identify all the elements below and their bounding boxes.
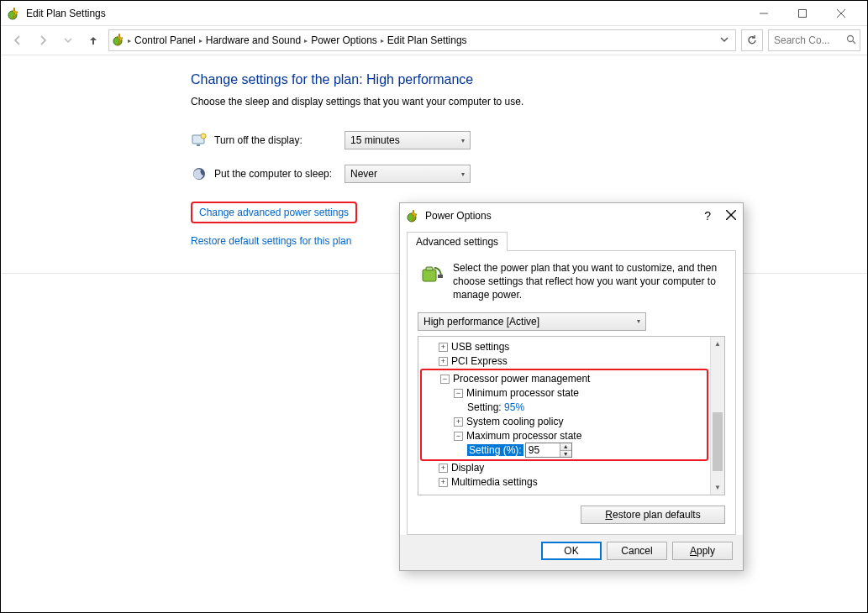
expand-icon[interactable]: +: [439, 343, 448, 352]
restore-plan-defaults-button[interactable]: RRestore plan defaultsestore plan defaul…: [581, 506, 725, 524]
scroll-down-button[interactable]: ▼: [711, 480, 724, 495]
setting-label-selected: Setting (%):: [467, 444, 523, 456]
expand-icon[interactable]: +: [439, 464, 448, 473]
chevron-right-icon[interactable]: ▸: [304, 37, 308, 45]
turn-off-display-label: Turn off the display:: [214, 134, 345, 146]
svg-rect-17: [438, 275, 443, 278]
address-dropdown-button[interactable]: [717, 34, 732, 46]
svg-rect-9: [197, 144, 200, 146]
spinner-input[interactable]: [526, 443, 560, 457]
spin-down-button[interactable]: ▼: [560, 451, 571, 458]
expand-icon[interactable]: +: [439, 357, 448, 366]
display-icon: [191, 132, 208, 149]
tree-item[interactable]: Display: [451, 462, 484, 474]
up-button[interactable]: [83, 30, 103, 50]
titlebar: Edit Plan Settings: [1, 1, 867, 26]
scroll-thumb[interactable]: [713, 412, 723, 471]
breadcrumb-item[interactable]: Power Options: [309, 33, 379, 48]
highlight-processor-section: −Processor power management −Minimum pro…: [420, 369, 708, 461]
battery-icon: [418, 261, 445, 288]
chevron-down-icon: ▾: [461, 170, 465, 178]
sleep-dropdown[interactable]: Never ▾: [345, 165, 471, 183]
search-box[interactable]: [768, 29, 860, 51]
setting-label: Setting:: [467, 401, 502, 413]
ok-button[interactable]: OK: [541, 542, 602, 560]
svg-rect-15: [423, 270, 436, 281]
chevron-down-icon: ▾: [637, 317, 640, 325]
page-subtitle: Choose the sleep and display settings th…: [191, 96, 867, 107]
window-title: Edit Plan Settings: [26, 8, 106, 19]
turn-off-display-dropdown[interactable]: 15 minutes ▾: [345, 131, 471, 149]
restore-default-link[interactable]: Restore default settings for this plan: [191, 235, 351, 247]
recent-locations-button[interactable]: [58, 30, 78, 50]
svg-line-7: [853, 41, 855, 44]
tab-advanced-settings[interactable]: Advanced settings: [407, 232, 508, 251]
cancel-button[interactable]: Cancel: [607, 542, 667, 560]
minimize-button[interactable]: [744, 1, 783, 26]
back-button[interactable]: [8, 30, 28, 50]
svg-rect-16: [426, 267, 433, 270]
dropdown-value: Never: [350, 168, 377, 180]
tree-item[interactable]: PCI Express: [451, 355, 508, 367]
tree-item[interactable]: Maximum processor state: [466, 430, 581, 442]
tree-item[interactable]: Multimedia settings: [451, 476, 538, 488]
tree-item[interactable]: USB settings: [451, 341, 509, 353]
scroll-up-button[interactable]: ▲: [711, 337, 724, 351]
dialog-titlebar[interactable]: Power Options ?: [400, 203, 743, 228]
breadcrumb-item[interactable]: Control Panel: [133, 33, 197, 48]
chevron-right-icon[interactable]: ▸: [381, 37, 384, 45]
svg-rect-2: [799, 9, 807, 17]
sleep-icon: [191, 165, 208, 182]
expand-icon[interactable]: +: [454, 417, 463, 427]
power-plan-dropdown[interactable]: High performance [Active] ▾: [418, 312, 646, 331]
dialog-close-button[interactable]: [726, 209, 736, 223]
settings-tree[interactable]: +USB settings +PCI Express −Processor po…: [418, 337, 710, 495]
forward-button[interactable]: [33, 30, 53, 50]
collapse-icon[interactable]: −: [440, 375, 450, 384]
page-title: Change settings for the plan: High perfo…: [191, 72, 867, 87]
breadcrumb-item[interactable]: Edit Plan Settings: [386, 33, 469, 48]
tree-item[interactable]: Processor power management: [453, 373, 590, 385]
power-options-icon: [407, 209, 420, 223]
nav-toolbar: ▸ Control Panel ▸ Hardware and Sound ▸ P…: [1, 26, 867, 55]
dialog-description: Select the power plan that you want to c…: [453, 261, 725, 302]
max-processor-spinner[interactable]: ▲ ▼: [525, 443, 572, 458]
search-input[interactable]: [772, 34, 846, 47]
address-bar[interactable]: ▸ Control Panel ▸ Hardware and Sound ▸ P…: [108, 29, 736, 51]
chevron-down-icon: ▾: [461, 137, 465, 144]
svg-point-10: [201, 134, 206, 139]
apply-button[interactable]: ApplyApply: [672, 542, 733, 560]
chevron-right-icon[interactable]: ▸: [128, 37, 131, 45]
maximize-button[interactable]: [783, 1, 822, 26]
dropdown-value: 15 minutes: [350, 134, 400, 146]
expand-icon[interactable]: +: [439, 478, 448, 487]
power-options-dialog: Power Options ? Advanced settings Select…: [399, 202, 744, 571]
help-button[interactable]: ?: [704, 209, 711, 223]
highlight-advanced-link: Change advanced power settings: [191, 202, 357, 223]
dialog-title: Power Options: [425, 210, 492, 222]
chevron-right-icon[interactable]: ▸: [199, 37, 203, 45]
search-icon: [846, 34, 856, 47]
change-advanced-link[interactable]: Change advanced power settings: [199, 207, 349, 218]
tree-item[interactable]: Minimum processor state: [466, 387, 579, 399]
tree-scrollbar[interactable]: ▲ ▼: [710, 337, 724, 495]
sleep-label: Put the computer to sleep:: [214, 168, 345, 180]
power-options-icon: [113, 33, 126, 49]
power-options-icon: [8, 7, 21, 20]
collapse-icon[interactable]: −: [454, 389, 463, 398]
spin-up-button[interactable]: ▲: [560, 443, 571, 451]
close-button[interactable]: [822, 1, 860, 26]
breadcrumb-item[interactable]: Hardware and Sound: [204, 33, 302, 48]
svg-point-6: [848, 35, 854, 41]
dropdown-value: High performance [Active]: [423, 316, 539, 327]
refresh-button[interactable]: [741, 29, 763, 51]
setting-value[interactable]: 95%: [504, 401, 524, 413]
collapse-icon[interactable]: −: [454, 432, 463, 441]
tree-item[interactable]: System cooling policy: [466, 416, 563, 427]
